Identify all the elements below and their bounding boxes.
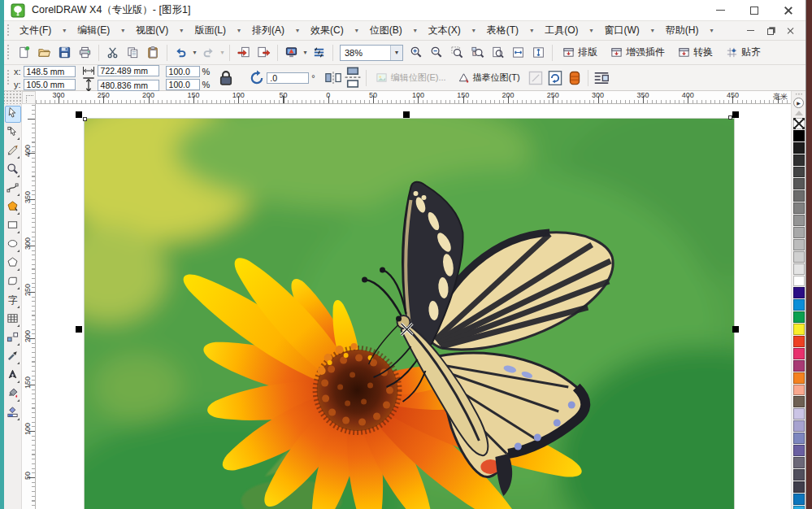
imposition-button[interactable]: 排版 bbox=[556, 43, 604, 63]
vertical-ruler[interactable]: 40035030025020015010050 bbox=[22, 104, 36, 509]
color-swatch[interactable] bbox=[793, 324, 805, 335]
color-swatch[interactable] bbox=[793, 130, 805, 141]
color-swatch[interactable] bbox=[793, 372, 805, 384]
ellipse-tool-button[interactable] bbox=[5, 237, 21, 254]
color-swatch[interactable] bbox=[793, 190, 805, 202]
cut-button[interactable] bbox=[102, 42, 123, 63]
color-swatch[interactable] bbox=[793, 506, 805, 509]
menu-item-6[interactable]: 效果(C) bbox=[305, 21, 350, 40]
zoom-to-page-button[interactable] bbox=[488, 42, 508, 63]
menu-item-9[interactable]: 表格(T) bbox=[481, 21, 524, 40]
menu-item-4[interactable]: 版面(L) bbox=[189, 21, 232, 40]
menu-item-10[interactable]: 工具(O) bbox=[539, 21, 584, 40]
menu-dropdown-caret[interactable]: ▾ bbox=[408, 27, 423, 34]
color-swatch[interactable] bbox=[793, 494, 805, 505]
snap-to-button[interactable]: 贴齐 bbox=[719, 43, 767, 63]
menu-dropdown-caret[interactable]: ▾ bbox=[57, 27, 72, 34]
color-swatch[interactable] bbox=[793, 299, 805, 311]
menu-item-5[interactable]: 排列(A) bbox=[246, 21, 290, 40]
menu-dropdown-caret[interactable]: ▾ bbox=[350, 27, 364, 34]
horizontal-ruler[interactable]: 毫米 3002502001501005005010015020025030035… bbox=[36, 91, 791, 104]
table-tool-button[interactable] bbox=[5, 311, 21, 328]
print-button[interactable] bbox=[75, 42, 95, 63]
bitmap-mode-button[interactable] bbox=[545, 68, 565, 88]
zoom-out-button[interactable] bbox=[427, 42, 447, 63]
zoom-to-page-width-button[interactable] bbox=[508, 42, 528, 63]
menu-dropdown-caret[interactable]: ▾ bbox=[115, 27, 130, 34]
color-swatch[interactable] bbox=[793, 336, 805, 347]
object-height-field[interactable]: 480.836 mm bbox=[98, 80, 159, 91]
rotation-angle-field[interactable]: .0 bbox=[267, 72, 309, 84]
bitmap-corner-node[interactable] bbox=[83, 117, 87, 121]
menu-dropdown-caret[interactable]: ▾ bbox=[705, 27, 719, 34]
zoom-to-page-height-button[interactable] bbox=[528, 42, 549, 63]
interactive-fill-tool-button[interactable] bbox=[5, 405, 21, 422]
zoom-to-selection-button[interactable] bbox=[447, 42, 467, 63]
drawing-canvas[interactable] bbox=[36, 104, 791, 509]
wrap-text-button[interactable] bbox=[592, 68, 611, 88]
palette-flyout-button[interactable]: ▶ bbox=[793, 98, 804, 108]
freehand-tool-button[interactable] bbox=[5, 181, 21, 198]
guidelines-options-button[interactable] bbox=[309, 42, 329, 63]
shape-tool-button[interactable] bbox=[5, 124, 21, 141]
propbar-grip[interactable] bbox=[7, 69, 11, 87]
color-swatch[interactable] bbox=[793, 227, 805, 238]
menu-item-11[interactable]: 窗口(W) bbox=[598, 21, 645, 40]
lock-ratio-button[interactable] bbox=[216, 68, 236, 88]
color-swatch[interactable] bbox=[793, 457, 805, 468]
paste-button[interactable] bbox=[143, 42, 163, 63]
selection-handle-middle-right[interactable] bbox=[732, 326, 739, 333]
zoom-to-all-objects-button[interactable] bbox=[467, 42, 488, 63]
color-swatch[interactable] bbox=[793, 167, 805, 178]
launcher-dropdown-caret[interactable]: ▾ bbox=[302, 49, 309, 56]
menu-item-7[interactable]: 位图(B) bbox=[364, 21, 408, 40]
polygon-tool-button[interactable] bbox=[5, 255, 21, 272]
menu-dropdown-caret[interactable]: ▾ bbox=[232, 27, 246, 34]
color-mask-button[interactable] bbox=[565, 68, 584, 88]
menu-dropdown-caret[interactable]: ▾ bbox=[467, 27, 481, 34]
save-button[interactable] bbox=[54, 42, 75, 63]
color-swatch[interactable] bbox=[793, 445, 805, 456]
ruler-origin-box[interactable] bbox=[22, 91, 36, 104]
menu-item-1[interactable]: 文件(F) bbox=[14, 21, 57, 40]
palette-scroll-up-icon[interactable] bbox=[795, 111, 803, 115]
color-swatch[interactable] bbox=[793, 408, 805, 420]
crop-tool-button[interactable] bbox=[5, 143, 21, 160]
color-swatch[interactable] bbox=[793, 276, 805, 287]
undo-button[interactable] bbox=[171, 42, 191, 63]
trace-bitmap-button[interactable]: 描摹位图(T) bbox=[452, 68, 526, 88]
menu-item-12[interactable]: 帮助(H) bbox=[660, 21, 705, 40]
document-restore-icon[interactable] bbox=[767, 28, 774, 35]
basic-shapes-tool-button[interactable] bbox=[5, 274, 21, 291]
convert-button[interactable]: 转换 bbox=[671, 43, 719, 63]
zoom-tool-button[interactable] bbox=[5, 162, 21, 179]
copy-button[interactable] bbox=[123, 42, 143, 63]
menu-dropdown-caret[interactable]: ▾ bbox=[174, 27, 189, 34]
color-swatch[interactable] bbox=[793, 215, 805, 226]
blend-tool-button[interactable] bbox=[5, 330, 21, 347]
color-swatch[interactable] bbox=[793, 239, 805, 250]
color-swatch[interactable] bbox=[793, 142, 805, 154]
fill-tool-button[interactable] bbox=[5, 386, 21, 403]
undo-dropdown-caret[interactable]: ▾ bbox=[191, 49, 198, 56]
pick-tool-button[interactable] bbox=[5, 106, 21, 123]
color-swatch[interactable] bbox=[793, 348, 805, 359]
color-swatch[interactable] bbox=[793, 154, 805, 166]
color-swatch[interactable] bbox=[793, 360, 805, 372]
toolbar-grip[interactable] bbox=[7, 44, 11, 60]
mirror-horizontal-button[interactable] bbox=[323, 68, 343, 88]
outline-pen-tool-button[interactable] bbox=[5, 368, 21, 385]
color-swatch[interactable] bbox=[793, 202, 805, 214]
color-swatch[interactable] bbox=[793, 396, 805, 407]
menubar-grip[interactable] bbox=[7, 24, 11, 37]
mirror-vertical-button[interactable] bbox=[343, 68, 363, 88]
application-launcher-button[interactable] bbox=[281, 42, 302, 63]
import-button[interactable] bbox=[233, 42, 254, 63]
toolbox-grip[interactable] bbox=[4, 91, 22, 104]
selection-handle-middle-left[interactable] bbox=[76, 326, 82, 333]
menu-dropdown-caret[interactable]: ▾ bbox=[290, 27, 305, 34]
color-swatch[interactable] bbox=[793, 469, 805, 481]
eyedropper-tool-button[interactable] bbox=[5, 349, 21, 366]
zoom-combo-caret[interactable]: ▾ bbox=[390, 46, 402, 60]
selection-handle-top-right[interactable] bbox=[732, 111, 739, 118]
